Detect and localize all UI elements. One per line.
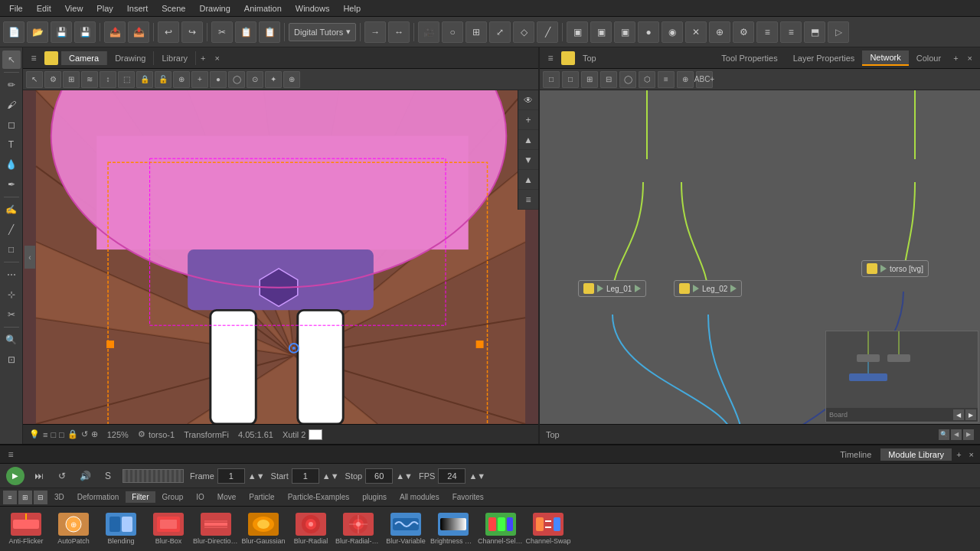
paint-tool[interactable]: 🖌 [2,96,21,114]
close-right-tab[interactable]: × [963,51,977,65]
module-tab-particle-examples[interactable]: Particle-Examples [282,491,356,503]
add-tab-btn[interactable]: + [196,51,210,65]
tl-add-tab[interactable]: + [953,448,964,461]
net-scroll-search[interactable]: 🔍 [939,429,949,440]
canvas-tool15[interactable]: ⊕ [283,71,300,88]
canvas-tool2[interactable]: ⚙ [44,71,61,88]
module-item-channelselector[interactable]: Channel-Selector [478,513,524,545]
add-right-tab[interactable]: + [949,51,962,65]
layer-eye-btn[interactable]: 👁 [518,90,538,110]
pen-tool[interactable]: ✍ [2,201,21,219]
network-view[interactable]: Leg_01 Leg_02 torso [tvg] [540,90,980,424]
canvas-tool7[interactable]: 🔒 [136,71,153,88]
net-tool8[interactable]: ⊕ [677,71,694,88]
more4-btn[interactable]: ▷ [828,21,849,43]
render3-btn[interactable]: ▣ [614,21,635,43]
undo-btn[interactable]: ↩ [158,21,179,43]
settings-btn[interactable]: ⚙ [733,21,754,43]
leg02-play[interactable] [693,285,699,292]
module-item-channelswap[interactable]: Channel-Swap [525,513,571,545]
board-btn1[interactable]: ◀ [953,409,964,420]
cut-tool[interactable]: ✂ [2,305,21,324]
canvas-tool8[interactable]: 🔓 [155,71,172,88]
tool2-btn[interactable]: ↔ [388,21,410,43]
tab-camera[interactable]: Camera [61,51,107,65]
module-tab-3d[interactable]: 3D [48,491,70,503]
net-tool3[interactable]: ⊞ [581,71,598,88]
torso-play[interactable] [880,265,887,272]
canvas-tool14[interactable]: ✦ [265,71,282,88]
minimap[interactable]: Board [825,331,978,422]
module-tab-io[interactable]: IO [190,491,211,503]
module-tab-favorites[interactable]: Favorites [446,491,490,503]
module-item-autopatch[interactable]: ⊕ AutoPatch [51,513,96,545]
menu-help[interactable]: Help [337,2,367,15]
layer-composite-btn[interactable]: ≡ [518,190,538,210]
net-tool4[interactable]: ⊟ [600,71,617,88]
net-tool1[interactable]: □ [543,71,560,88]
circle-btn[interactable]: ○ [442,21,463,43]
net-scroll-left[interactable]: ◀ [951,429,962,440]
net-tool5[interactable]: ◯ [619,71,636,88]
transform-btn[interactable]: ⤢ [489,21,511,43]
node-torso[interactable]: torso [tvg] [861,260,929,277]
render6-btn[interactable]: ✕ [685,21,707,43]
module-tab-group[interactable]: Group [156,491,190,503]
module-tab-deformation[interactable]: Deformation [71,491,125,503]
module-tab-plugins[interactable]: plugins [356,491,393,503]
tab-library[interactable]: Library [154,51,196,65]
module-item-blurradialzoom[interactable]: Blur-Radial-Zoom [335,513,381,545]
fps-input[interactable] [438,468,466,484]
close-tab-btn[interactable]: × [211,51,224,65]
fps-stepper[interactable]: ▲▼ [469,471,485,481]
fit-tool[interactable]: ⊡ [2,350,21,369]
canvas-tool6[interactable]: ⬚ [118,71,135,88]
canvas-drawing-area[interactable]: 👁 + ▲ ▼ ▲ ≡ ‹ [23,90,538,424]
start-stepper[interactable]: ▲▼ [322,471,339,481]
menu-drawing[interactable]: Drawing [193,2,236,15]
module-tab-all[interactable]: All modules [394,491,446,503]
mute-btn[interactable]: S [100,468,116,484]
menu-file[interactable]: File [3,2,29,15]
module-item-brightnesscont[interactable]: Brightness Cont... [430,513,476,545]
open-btn[interactable]: 📂 [27,21,48,43]
export-btn[interactable]: 📤 [104,21,126,43]
stop-stepper[interactable]: ▲▼ [396,471,413,481]
module-view1[interactable]: ≡ [3,491,17,504]
render2-btn[interactable]: ▣ [590,21,612,43]
net-tool9[interactable]: ABC+ [696,71,713,88]
text-tool[interactable]: T [2,135,21,154]
leg01-play[interactable] [597,285,603,292]
tab-timeline[interactable]: Timeline [832,448,879,461]
panel-menu[interactable]: ≡ [26,53,41,64]
eraser-tool[interactable]: ◻ [2,116,21,134]
tab-tool-properties[interactable]: Tool Properties [714,51,785,65]
save-as-btn[interactable]: 💾 [74,21,96,43]
canvas-tool13[interactable]: ⊙ [247,71,263,88]
more2-btn[interactable]: ≡ [780,21,802,43]
more3-btn[interactable]: ⬒ [804,21,825,43]
render5-btn[interactable]: ◉ [662,21,683,43]
module-view3[interactable]: ⊟ [34,491,47,504]
module-tab-move[interactable]: Move [211,491,242,503]
menu-edit[interactable]: Edit [31,2,57,15]
play-button[interactable]: ▶ [6,467,24,485]
tool1-btn[interactable]: → [364,21,386,43]
profile-dropdown[interactable]: Digital Tutors ▾ [289,23,356,41]
tl-close-tab[interactable]: × [966,448,977,461]
canvas-tool3[interactable]: ⊞ [63,71,80,88]
module-item-blurbox[interactable]: Blur-Box [145,513,191,545]
net-tool7[interactable]: ≡ [658,71,675,88]
more1-btn[interactable]: ≡ [756,21,778,43]
canvas-nav-left[interactable]: ‹ [24,246,35,269]
menu-insert[interactable]: Insert [121,2,155,15]
render7-btn[interactable]: ⊕ [709,21,730,43]
bone-btn[interactable]: ╱ [537,21,558,43]
node-leg01[interactable]: Leg_01 [578,280,646,297]
node-leg02[interactable]: Leg_02 [674,280,742,297]
zoom-tool[interactable]: 🔍 [2,331,21,349]
leg02-menu[interactable] [730,285,737,292]
skip-btn[interactable]: ⏭ [31,468,47,484]
module-view2[interactable]: ⊞ [18,491,32,504]
morph-tool[interactable]: ⋯ [2,266,21,284]
